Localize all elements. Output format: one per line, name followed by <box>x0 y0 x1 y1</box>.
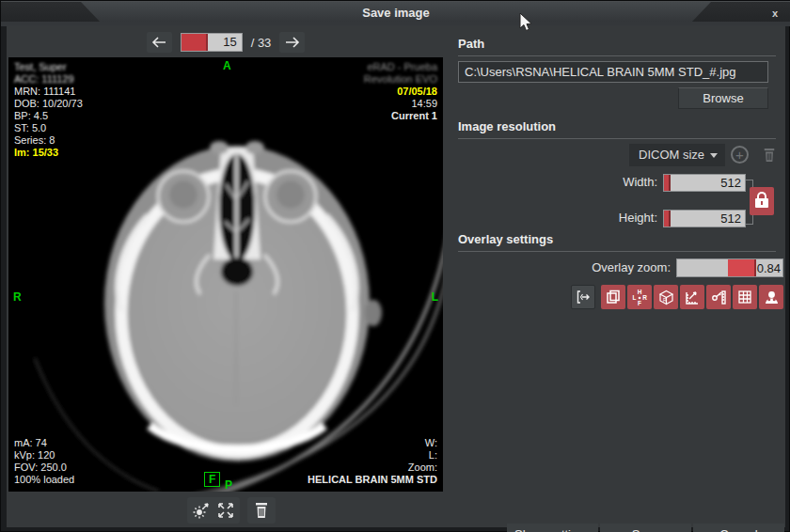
dialog-body: 15 / 33 <box>7 25 785 527</box>
bp-overlay: BP: 4.5 <box>14 110 48 122</box>
orientation-marker-left: L <box>432 290 438 304</box>
move-overlays-icon <box>576 289 591 305</box>
overlay-divider <box>458 251 776 252</box>
spinner-value: 15 <box>223 35 236 49</box>
orientation-marker-anterior: A <box>223 59 231 72</box>
path-divider <box>458 55 776 56</box>
station-overlay: eRAD - Prueba <box>367 61 437 73</box>
scanner-overlay: Revolution EVO <box>364 73 437 86</box>
delete-preset-button[interactable] <box>755 143 783 167</box>
overlay-tools-row: HL RF R <box>450 285 783 309</box>
dob-overlay: DOB: 10/20/73 <box>14 98 83 110</box>
current-overlay: Current 1 <box>391 110 437 122</box>
show-settings-button[interactable]: Show settings <box>507 524 598 532</box>
grid-table-button[interactable] <box>733 285 757 309</box>
resolution-preset-dropdown[interactable]: DICOM size <box>629 144 725 166</box>
aspect-ratio-lock-button[interactable] <box>750 187 774 215</box>
overlay-zoom-slider[interactable]: 0.84 <box>676 258 783 277</box>
trash-disabled-icon <box>763 148 776 163</box>
kvp-overlay: kVp: 120 <box>14 449 55 462</box>
left-arrow-icon <box>151 37 166 48</box>
actual-size-icon <box>193 502 210 519</box>
image-navigation: 15 / 33 <box>8 31 443 54</box>
preset-value: DICOM size <box>639 148 704 162</box>
save-button[interactable]: Save <box>600 524 691 532</box>
next-image-button[interactable] <box>279 32 305 53</box>
ruler-protractor-button[interactable] <box>680 285 704 309</box>
viewport-toolbar <box>187 497 276 524</box>
height-drag-handle[interactable] <box>664 211 671 227</box>
patient-info-button[interactable] <box>759 285 783 309</box>
ct-image-viewport[interactable]: Test, Super ACC: 111129 MRN: 111141 DOB:… <box>8 57 443 492</box>
height-label: Height: <box>619 211 657 225</box>
patient-icon <box>764 289 780 305</box>
mrn-overlay: MRN: 111141 <box>14 86 75 98</box>
window-title: Save image <box>1 6 790 20</box>
orientation-marker-posterior: P <box>225 478 232 492</box>
fov-overlay: FOV: 250.0 <box>14 462 67 474</box>
cancel-button[interactable]: Cancel <box>693 524 784 532</box>
expand-arrows-icon <box>217 502 234 519</box>
svg-text:F: F <box>638 300 641 306</box>
width-row: Width: 512 <box>450 174 783 192</box>
mouse-cursor <box>519 12 533 33</box>
ma-overlay: mA: 74 <box>14 437 47 449</box>
svg-text:H: H <box>638 289 642 295</box>
svg-text:R: R <box>642 294 647 301</box>
fit-to-window-button[interactable] <box>215 500 236 521</box>
svg-text:L: L <box>633 294 637 301</box>
resolution-divider <box>458 138 776 139</box>
zoom-overlay: Zoom: <box>408 462 437 474</box>
st-overlay: ST: 5.0 <box>14 122 46 134</box>
key-ruler-button[interactable] <box>706 285 731 309</box>
series-overlay: Series: 8 <box>14 134 55 147</box>
cube-3d-icon: R <box>658 289 674 305</box>
overlay-zoom-row: Overlay zoom: 0.84 <box>450 258 783 277</box>
ruler-protractor-icon <box>685 289 701 305</box>
image-index-spinner[interactable]: 15 <box>181 33 243 52</box>
footer-buttons: Show settings Save Cancel <box>507 524 784 532</box>
ct-brain-image <box>8 57 443 492</box>
svg-text:R: R <box>663 296 667 302</box>
loaded-overlay: 100% loaded <box>14 474 74 486</box>
zoom-tool-group <box>187 497 240 524</box>
width-value: 512 <box>720 176 741 190</box>
title-bar: Save image x <box>1 1 790 25</box>
trash-icon <box>254 502 269 519</box>
overlay-zoom-thumb[interactable] <box>728 259 756 276</box>
preset-row: DICOM size + <box>450 144 783 168</box>
series-description-overlay: HELICAL BRAIN 5MM STD <box>308 474 437 486</box>
move-overlays-button[interactable] <box>571 285 595 309</box>
orientation-feet-box: F <box>204 472 220 487</box>
delete-image-group <box>247 497 276 524</box>
save-image-dialog: Save image x 15 / 33 <box>0 0 790 532</box>
grid-table-icon <box>737 289 752 305</box>
overlay-zoom-label: Overlay zoom: <box>592 260 671 274</box>
file-path-input[interactable] <box>458 61 768 83</box>
key-ruler-icon <box>711 289 727 305</box>
width-field[interactable]: 512 <box>663 174 746 192</box>
right-arrow-icon <box>285 37 300 48</box>
delete-image-button[interactable] <box>251 500 272 521</box>
patient-name-overlay: Test, Super <box>14 61 67 73</box>
cube-3d-button[interactable]: R <box>654 285 678 309</box>
orientation-marker-right: R <box>13 290 22 304</box>
overlay-zoom-value: 0.84 <box>757 261 781 275</box>
image-number-overlay: Im: 15/33 <box>14 147 58 159</box>
height-row: Height: 512 <box>450 210 783 227</box>
height-value: 512 <box>720 211 741 226</box>
orientation-markers-button[interactable]: HL RF <box>627 285 652 309</box>
image-count-label: / 33 <box>251 36 272 50</box>
width-drag-handle[interactable] <box>664 175 671 191</box>
settings-panel: Path Browse Image resolution DICOM size … <box>450 33 783 522</box>
resolution-section-title: Image resolution <box>458 119 783 133</box>
previous-image-button[interactable] <box>147 32 172 53</box>
orientation-markers-icon: HL RF <box>631 289 648 305</box>
stack-frames-button[interactable] <box>601 285 625 309</box>
add-preset-button[interactable]: + <box>731 146 749 164</box>
height-field[interactable]: 512 <box>663 210 746 227</box>
close-icon[interactable]: x <box>766 6 783 21</box>
browse-button[interactable]: Browse <box>678 87 768 109</box>
actual-size-button[interactable] <box>191 500 212 521</box>
stack-frames-icon <box>606 289 621 305</box>
